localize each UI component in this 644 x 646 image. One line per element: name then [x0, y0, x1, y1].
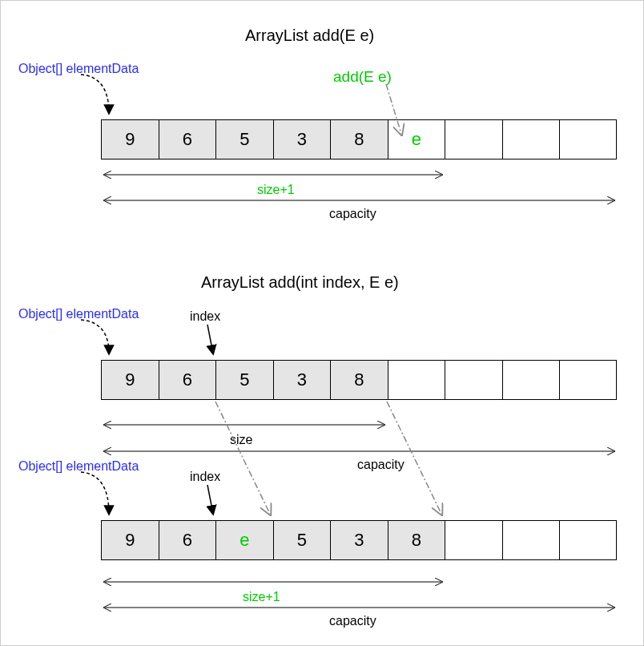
diagram-canvas: ArrayList add(E e) Object[] elementData …: [0, 0, 644, 646]
index-arrow-icon: [207, 325, 213, 353]
label-size-plus1-2: size+1: [243, 590, 280, 604]
cell-value: 9: [125, 129, 135, 150]
cell-value: 3: [297, 129, 307, 150]
array-cell: [388, 360, 445, 400]
array-cell: 9: [101, 119, 159, 159]
array-cell: [445, 520, 502, 560]
array-cell: 6: [159, 520, 216, 560]
cell-value: 3: [354, 530, 364, 551]
array-cell: 8: [388, 520, 445, 560]
cell-value: 8: [412, 530, 421, 551]
label-size: size: [230, 433, 252, 447]
array-cell: e: [215, 520, 273, 560]
array-cell: [502, 360, 560, 400]
label-index-1: index: [190, 309, 220, 324]
array-cell: 9: [101, 360, 159, 400]
array-cell: 8: [330, 119, 388, 159]
cell-value: e: [239, 530, 249, 551]
array-cell: [502, 119, 560, 159]
array-cell: [559, 520, 617, 560]
array-cell: 3: [330, 520, 388, 560]
cell-value: 5: [239, 369, 249, 390]
array-cell: [445, 360, 502, 400]
array-cell: 9: [101, 520, 159, 560]
label-size-plus1-1: size+1: [257, 183, 295, 197]
array-cell: [559, 360, 617, 400]
cell-value: 8: [354, 129, 364, 150]
label-add-call: add(E e): [333, 68, 392, 86]
cell-value: 8: [354, 369, 364, 390]
array-cell: 3: [273, 119, 331, 159]
cell-value: 9: [125, 530, 135, 551]
index-arrow-icon: [207, 485, 213, 514]
array-1: 96538e: [101, 119, 617, 159]
array-cell: [502, 520, 560, 560]
array-cell: e: [388, 119, 445, 159]
array-cell: 6: [159, 119, 216, 159]
label-elementdata-2: Object[] elementData: [18, 307, 139, 321]
label-index-2: index: [190, 470, 220, 484]
title-add-index: ArrayList add(int index, E e): [201, 273, 399, 292]
cell-value: 6: [183, 129, 192, 150]
label-capacity-2: capacity: [357, 458, 405, 472]
array-3: 96e538: [101, 520, 617, 560]
cell-value: 6: [183, 369, 192, 390]
pointer-arrow-icon: [81, 320, 109, 353]
array-cell: [445, 119, 502, 159]
pointer-arrow-icon: [81, 75, 109, 113]
title-add-e: ArrayList add(E e): [245, 26, 374, 45]
pointer-arrow-icon: [81, 472, 109, 514]
array-cell: 3: [273, 360, 331, 400]
cell-value: 9: [125, 369, 135, 390]
array-cell: 5: [273, 520, 331, 560]
cell-value: e: [412, 129, 421, 150]
array-cell: [559, 119, 617, 159]
cell-value: 3: [297, 369, 307, 390]
array-cell: 8: [330, 360, 388, 400]
cell-value: 6: [183, 530, 192, 551]
array-cell: 5: [215, 119, 273, 159]
label-elementdata-1: Object[] elementData: [18, 62, 139, 76]
cell-value: 5: [239, 129, 249, 150]
shift-arrow-icon: [215, 402, 270, 514]
array-cell: 6: [159, 360, 216, 400]
label-capacity-1: capacity: [329, 207, 376, 221]
label-elementdata-3: Object[] elementData: [18, 459, 139, 474]
array-cell: 5: [215, 360, 273, 400]
array-2: 96538: [101, 360, 617, 400]
label-capacity-3: capacity: [329, 614, 376, 628]
cell-value: 5: [297, 530, 307, 551]
